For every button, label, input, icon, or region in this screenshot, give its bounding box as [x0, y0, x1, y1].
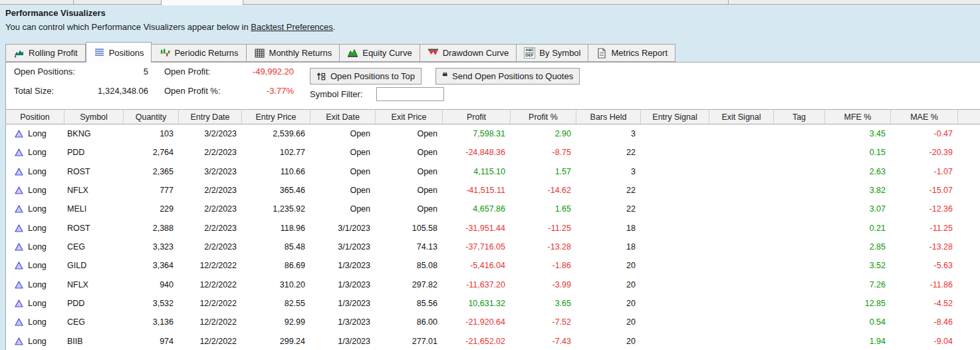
- cell-filler: [958, 181, 980, 200]
- backtest-preferences-link[interactable]: Backtest Preferences: [251, 22, 333, 32]
- cell-exit-signal: [709, 143, 774, 162]
- table-row[interactable]: LongROST2,3882/2/2023118.963/1/2023105.5…: [6, 219, 980, 238]
- column-header-quantity[interactable]: Quantity: [124, 109, 179, 124]
- open-positions-to-top-button[interactable]: Open Positions to Top: [310, 68, 422, 85]
- column-header-position[interactable]: Position: [6, 109, 64, 124]
- cell-filler: [958, 294, 980, 313]
- cell-mfe-pct: 0.15: [825, 143, 891, 162]
- cell-position: Long: [6, 200, 64, 218]
- long-position-icon: [15, 130, 23, 138]
- cell-exit-signal: [709, 238, 774, 256]
- cell-quantity: 3,323: [124, 238, 179, 256]
- cell-exit-date: Open: [310, 143, 376, 162]
- metrics-report-icon: [596, 48, 607, 59]
- cell-tag: [774, 313, 825, 331]
- cell-symbol: CEG: [64, 313, 124, 331]
- cell-profit: 4,657.86: [443, 200, 511, 218]
- cell-profit-pct: -14.62: [511, 181, 576, 200]
- cell-exit-price: Open: [376, 143, 443, 162]
- cell-entry-price: 102.77: [242, 143, 310, 162]
- cell-profit: -37,716.05: [443, 238, 511, 256]
- cell-exit-price: 85.56: [376, 294, 443, 313]
- cell-profit-pct: -7.43: [511, 332, 576, 350]
- column-header-bars-held[interactable]: Bars Held: [576, 109, 641, 124]
- cell-profit: -31,951.44: [443, 219, 511, 238]
- cell-profit: 4,115.10: [443, 162, 511, 181]
- monthly-grid-icon: [254, 48, 265, 59]
- cell-quantity: 2,388: [124, 219, 179, 238]
- column-header-exit-price[interactable]: Exit Price: [376, 109, 443, 124]
- cell-symbol: GILD: [64, 256, 124, 275]
- cell-tag: [774, 124, 825, 143]
- tab-monthly-returns[interactable]: Monthly Returns: [247, 44, 340, 62]
- column-header-symbol[interactable]: Symbol: [64, 109, 124, 124]
- cell-entry-price: 2,539.66: [242, 124, 310, 143]
- cell-symbol: ROST: [64, 162, 124, 181]
- outer-active-tab[interactable]: [161, 0, 243, 5]
- column-header-entry-date[interactable]: Entry Date: [179, 109, 242, 124]
- cell-filler: [958, 275, 980, 294]
- tab-by-symbol[interactable]: ABCDEFBy Symbol: [517, 44, 588, 62]
- cell-mae-pct: -5.63: [891, 256, 958, 275]
- cell-entry-date: 2/2/2023: [179, 200, 242, 218]
- tab-metrics-report[interactable]: Metrics Report: [588, 44, 675, 62]
- column-header-entry-signal[interactable]: Entry Signal: [641, 109, 709, 124]
- cell-profit: -21,652.02: [443, 332, 511, 350]
- table-row[interactable]: LongMELI2292/2/20231,235.92OpenOpen4,657…: [6, 200, 980, 218]
- table-row[interactable]: LongNFLX94012/2/2022310.201/3/2023297.82…: [6, 275, 980, 294]
- send-open-positions-to-quotes-button[interactable]: ❝ Send Open Positions to Quotes: [435, 68, 580, 85]
- cell-symbol: PDD: [64, 143, 124, 162]
- table-row[interactable]: LongROST2,3653/2/2023110.66OpenOpen4,115…: [6, 162, 980, 181]
- column-header-tag[interactable]: Tag: [774, 109, 825, 124]
- cell-bars-held: 18: [576, 219, 641, 238]
- cell-quantity: 103: [124, 124, 179, 143]
- table-row[interactable]: LongPDD3,53212/2/202282.551/3/202385.561…: [6, 294, 980, 313]
- column-header-exit-signal[interactable]: Exit Signal: [709, 109, 774, 124]
- column-header-mfe[interactable]: MFE %: [825, 109, 891, 124]
- cell-entry-date: 12/2/2022: [179, 275, 242, 294]
- table-row[interactable]: LongGILD3,36412/2/202286.691/3/202385.08…: [6, 256, 980, 275]
- cell-symbol: NFLX: [64, 275, 124, 294]
- long-position-icon: [15, 168, 23, 176]
- cell-exit-date: 3/1/2023: [310, 219, 376, 238]
- table-row[interactable]: LongNFLX7772/2/2023365.46OpenOpen-41,515…: [6, 181, 980, 200]
- column-header-profit[interactable]: Profit %: [511, 109, 576, 124]
- table-row[interactable]: LongBKNG1033/2/20232,539.66OpenOpen7,598…: [6, 124, 980, 143]
- cell-profit-pct: -11.25: [511, 219, 576, 238]
- tab-drawdown-curve[interactable]: Drawdown Curve: [420, 44, 517, 62]
- cell-profit-pct: 3.65: [511, 294, 576, 313]
- column-header-entry-price[interactable]: Entry Price: [242, 109, 310, 124]
- cell-tag: [774, 181, 825, 200]
- table-row[interactable]: LongPDD2,7642/2/2023102.77OpenOpen-24,84…: [6, 143, 980, 162]
- column-header-mae[interactable]: MAE %: [891, 109, 958, 124]
- tab-rolling-profit[interactable]: Rolling Profit: [5, 44, 86, 62]
- cell-mae-pct: -4.52: [891, 294, 958, 313]
- cell-exit-date: Open: [310, 124, 376, 143]
- long-position-icon: [15, 299, 23, 307]
- column-header-exit-date[interactable]: Exit Date: [310, 109, 376, 124]
- cell-mae-pct: -20.39: [891, 143, 958, 162]
- cell-profit-pct: -13.28: [511, 238, 576, 256]
- table-row[interactable]: LongCEG3,13612/2/202292.991/3/202386.00-…: [6, 313, 980, 331]
- cell-mfe-pct: 0.21: [825, 219, 891, 238]
- tab-periodic-returns[interactable]: Periodic Returns: [152, 44, 246, 62]
- long-position-icon: [15, 243, 23, 251]
- cell-mae-pct: -11.86: [891, 275, 958, 294]
- cell-mfe-pct: 3.07: [825, 200, 891, 218]
- symbol-filter-input[interactable]: [376, 87, 444, 101]
- cell-entry-signal: [641, 238, 709, 256]
- tab-equity-curve[interactable]: Equity Curve: [340, 44, 420, 62]
- table-row[interactable]: LongBIIB97412/2/2022299.241/3/2023277.01…: [6, 332, 980, 350]
- table-row[interactable]: LongCEG3,3232/2/202385.483/1/202374.13-3…: [6, 238, 980, 256]
- column-header-profit[interactable]: Profit: [443, 109, 511, 124]
- cell-mfe-pct: 3.82: [825, 181, 891, 200]
- cell-exit-price: 86.00: [376, 313, 443, 331]
- cell-tag: [774, 200, 825, 218]
- open-profit-label: Open Profit:: [164, 67, 210, 77]
- outer-tab-separator: [73, 0, 74, 5]
- cell-quantity: 3,532: [124, 294, 179, 313]
- cell-exit-price: Open: [376, 124, 443, 143]
- cell-tag: [774, 162, 825, 181]
- tab-positions[interactable]: Positions: [86, 42, 152, 63]
- cell-profit: -41,515.11: [443, 181, 511, 200]
